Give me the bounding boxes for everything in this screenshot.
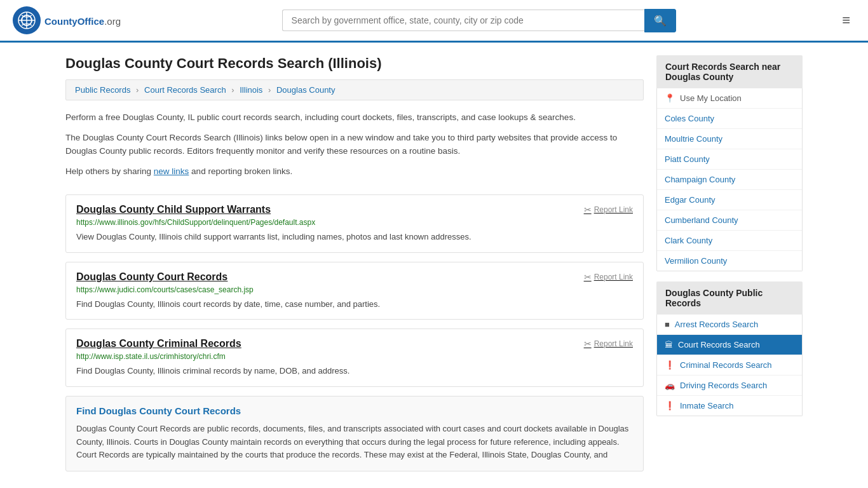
content-area: Douglas County Court Records Search (Ill… <box>65 55 644 471</box>
report-icon-1: ✂ <box>584 205 592 215</box>
logo-text: CountyOffice.org <box>44 13 121 28</box>
breadcrumb-douglas-county[interactable]: Douglas County <box>276 85 336 95</box>
report-link-2[interactable]: ✂ Report Link <box>584 272 633 282</box>
sidebar-item-vermilion[interactable]: Vermilion County <box>657 251 802 271</box>
result-desc-2: Find Douglas County, Illinois court reco… <box>76 298 633 311</box>
find-title: Find Douglas County Court Records <box>76 405 633 416</box>
breadcrumb: Public Records › Court Records Search › … <box>65 79 644 100</box>
location-icon: 📍 <box>665 93 675 103</box>
sidebar-item-cumberland[interactable]: Cumberland County <box>657 210 802 231</box>
sidebar-item-driving[interactable]: 🚗 Driving Records Search <box>657 376 802 396</box>
result-title-3: Douglas County Criminal Records ✂ Report… <box>76 338 633 349</box>
report-link-3[interactable]: ✂ Report Link <box>584 339 633 349</box>
find-desc: Douglas County Court Records are public … <box>76 423 633 462</box>
report-icon-3: ✂ <box>584 339 592 349</box>
criminal-icon: ❗ <box>665 360 675 370</box>
menu-button[interactable]: ≡ <box>837 10 855 31</box>
logo-area: CountyOffice.org <box>13 6 121 34</box>
new-links-link[interactable]: new links <box>154 166 189 176</box>
search-input[interactable] <box>282 10 644 31</box>
result-item-2: Douglas County Court Records ✂ Report Li… <box>65 262 644 320</box>
breadcrumb-public-records[interactable]: Public Records <box>75 85 130 95</box>
result-desc-3: Find Douglas County, Illinois criminal r… <box>76 365 633 377</box>
page-title: Douglas County Court Records Search (Ill… <box>65 55 644 72</box>
sidebar-nearby-header: Court Records Search near Douglas County <box>656 55 803 88</box>
sidebar-public-records-header: Douglas County Public Records <box>656 281 803 315</box>
sidebar-item-criminal[interactable]: ❗ Criminal Records Search <box>657 355 802 376</box>
description-p3: Help others by sharing new links and rep… <box>65 165 644 179</box>
court-icon: 🏛 <box>665 340 673 349</box>
search-bar: 🔍 <box>282 9 676 32</box>
result-item-1: Douglas County Child Support Warrants ✂ … <box>65 194 644 253</box>
result-url-1: https://www.illinois.gov/hfs/ChildSuppor… <box>76 218 633 227</box>
result-item-3: Douglas County Criminal Records ✂ Report… <box>65 329 644 387</box>
sidebar-item-edgar[interactable]: Edgar County <box>657 190 802 210</box>
sidebar-item-court-records[interactable]: 🏛 Court Records Search <box>657 335 802 355</box>
sidebar-item-coles[interactable]: Coles County <box>657 109 802 129</box>
main-container: Douglas County Court Records Search (Ill… <box>53 43 815 484</box>
description-section: Perform a free Douglas County, IL public… <box>65 111 644 178</box>
find-section: Find Douglas County Court Records Dougla… <box>65 396 644 471</box>
arrest-icon: ■ <box>665 320 670 329</box>
report-icon-2: ✂ <box>584 272 592 282</box>
sidebar: Court Records Search near Douglas County… <box>656 55 803 471</box>
breadcrumb-illinois[interactable]: Illinois <box>240 85 262 95</box>
description-p2: The Douglas County Court Records Search … <box>65 131 644 158</box>
sidebar-item-moultrie[interactable]: Moultrie County <box>657 129 802 149</box>
result-link-1[interactable]: Douglas County Child Support Warrants <box>76 204 271 215</box>
sidebar-nearby-section: Court Records Search near Douglas County… <box>656 55 803 271</box>
search-button[interactable]: 🔍 <box>644 9 676 32</box>
result-link-3[interactable]: Douglas County Criminal Records <box>76 338 241 349</box>
sidebar-public-records-list: ■ Arrest Records Search 🏛 Court Records … <box>656 315 803 416</box>
inmate-icon: ❗ <box>665 401 675 410</box>
logo-icon <box>13 6 41 34</box>
sidebar-public-records-section: Douglas County Public Records ■ Arrest R… <box>656 281 803 416</box>
result-title-2: Douglas County Court Records ✂ Report Li… <box>76 271 633 283</box>
sidebar-item-clark[interactable]: Clark County <box>657 231 802 251</box>
breadcrumb-court-records[interactable]: Court Records Search <box>144 85 226 95</box>
sidebar-item-inmate[interactable]: ❗ Inmate Search <box>657 396 802 416</box>
description-p1: Perform a free Douglas County, IL public… <box>65 111 644 125</box>
result-link-2[interactable]: Douglas County Court Records <box>76 271 227 283</box>
sidebar-item-champaign[interactable]: Champaign County <box>657 170 802 190</box>
sidebar-nearby-list: 📍 Use My Location Coles County Moultrie … <box>656 88 803 271</box>
result-title-1: Douglas County Child Support Warrants ✂ … <box>76 204 633 215</box>
report-link-1[interactable]: ✂ Report Link <box>584 205 633 215</box>
sidebar-item-arrest[interactable]: ■ Arrest Records Search <box>657 315 802 335</box>
result-desc-1: View Douglas County, Illinois child supp… <box>76 231 633 243</box>
sidebar-item-use-location[interactable]: 📍 Use My Location <box>657 88 802 109</box>
result-url-3: http://www.isp.state.il.us/crimhistory/c… <box>76 352 633 361</box>
sidebar-item-piatt[interactable]: Piatt County <box>657 149 802 170</box>
result-url-2: https://www.judici.com/courts/cases/case… <box>76 285 633 294</box>
header: CountyOffice.org 🔍 ≡ <box>0 0 868 43</box>
driving-icon: 🚗 <box>665 381 675 390</box>
